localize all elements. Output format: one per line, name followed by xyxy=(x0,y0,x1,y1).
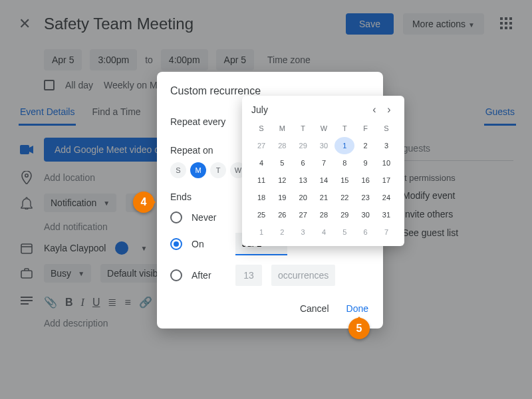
calendar-day[interactable]: 26 xyxy=(272,206,292,223)
calendar-day[interactable]: 7 xyxy=(314,154,334,172)
calendar-day[interactable]: 18 xyxy=(251,189,271,206)
calendar-day[interactable]: 3 xyxy=(293,223,313,241)
calendar-dow-header: F xyxy=(356,120,376,137)
calendar-dow-header: T xyxy=(293,120,313,137)
ends-on-radio[interactable] xyxy=(170,238,182,250)
calendar-day[interactable]: 30 xyxy=(314,137,334,154)
calendar-day[interactable]: 1 xyxy=(334,137,354,154)
occurrences-label: occurrences xyxy=(271,265,335,286)
calendar-day[interactable]: 25 xyxy=(251,206,271,223)
calendar-day[interactable]: 2 xyxy=(272,223,292,241)
calendar-day[interactable]: 13 xyxy=(293,172,313,189)
date-picker-popover: July ‹ › SMTWTFS272829301234567891011121… xyxy=(242,96,404,246)
calendar-day[interactable]: 1 xyxy=(251,223,271,241)
calendar-day[interactable]: 27 xyxy=(251,137,271,154)
calendar-dow-header: T xyxy=(334,120,354,137)
calendar-day[interactable]: 24 xyxy=(376,189,396,206)
calendar-day[interactable]: 23 xyxy=(356,189,376,206)
calendar-day[interactable]: 21 xyxy=(314,189,334,206)
calendar-day[interactable]: 16 xyxy=(356,172,376,189)
ends-never-radio[interactable] xyxy=(170,211,182,223)
next-month-icon[interactable]: › xyxy=(382,104,396,116)
ends-on-label: On xyxy=(192,239,226,249)
calendar-day[interactable]: 6 xyxy=(356,223,376,241)
ends-never-label: Never xyxy=(192,212,216,223)
ends-after-label: After xyxy=(192,270,226,281)
calendar-day[interactable]: 2 xyxy=(356,137,376,154)
calendar-day[interactable]: 14 xyxy=(314,172,334,189)
calendar-day[interactable]: 7 xyxy=(376,223,396,241)
calendar-grid: SMTWTFS272829301234567891011121314151617… xyxy=(251,120,396,241)
calendar-day[interactable]: 30 xyxy=(356,206,376,223)
calendar-day[interactable]: 15 xyxy=(334,172,354,189)
calendar-day[interactable]: 29 xyxy=(334,206,354,223)
weekday-chip[interactable]: M xyxy=(190,162,206,178)
calendar-day[interactable]: 5 xyxy=(272,154,292,172)
calendar-day[interactable]: 6 xyxy=(293,154,313,172)
calendar-day[interactable]: 10 xyxy=(376,154,396,172)
calendar-day[interactable]: 4 xyxy=(251,154,271,172)
calendar-day[interactable]: 9 xyxy=(356,154,376,172)
prev-month-icon[interactable]: ‹ xyxy=(367,104,382,116)
calendar-day[interactable]: 28 xyxy=(314,206,334,223)
calendar-day[interactable]: 8 xyxy=(334,154,354,172)
calendar-day[interactable]: 4 xyxy=(314,223,334,241)
calendar-day[interactable]: 29 xyxy=(293,137,313,154)
step-marker-5: 5 xyxy=(348,318,370,339)
step-marker-4: 4 xyxy=(133,192,154,213)
repeat-every-label: Repeat every xyxy=(170,116,231,127)
calendar-day[interactable]: 17 xyxy=(376,172,396,189)
calendar-day[interactable]: 3 xyxy=(376,137,396,154)
calendar-day[interactable]: 5 xyxy=(334,223,354,241)
calendar-day[interactable]: 31 xyxy=(376,206,396,223)
calendar-day[interactable]: 19 xyxy=(272,189,292,206)
calendar-month-label: July xyxy=(251,104,367,115)
calendar-day[interactable]: 20 xyxy=(293,189,313,206)
calendar-day[interactable]: 12 xyxy=(272,172,292,189)
ends-after-radio[interactable] xyxy=(170,269,182,281)
calendar-day[interactable]: 11 xyxy=(251,172,271,189)
calendar-dow-header: S xyxy=(251,120,271,137)
calendar-day[interactable]: 27 xyxy=(293,206,313,223)
calendar-dow-header: W xyxy=(314,120,334,137)
calendar-day[interactable]: 22 xyxy=(334,189,354,206)
calendar-dow-header: M xyxy=(272,120,292,137)
occurrence-count[interactable]: 13 xyxy=(235,265,262,286)
calendar-dow-header: S xyxy=(376,120,396,137)
cancel-button[interactable]: Cancel xyxy=(299,301,331,317)
calendar-day[interactable]: 28 xyxy=(272,137,292,154)
weekday-chip[interactable]: S xyxy=(170,162,186,178)
weekday-chip[interactable]: T xyxy=(210,162,226,178)
